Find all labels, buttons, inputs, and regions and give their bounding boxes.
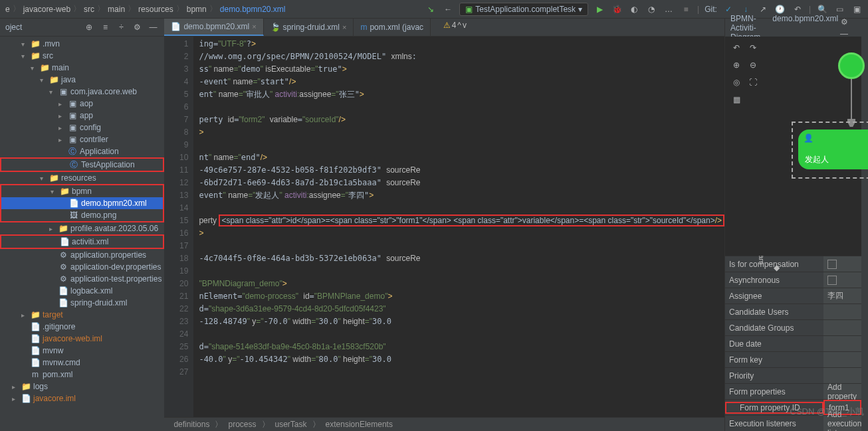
crumb[interactable]: process xyxy=(228,420,256,429)
warnings-badge[interactable]: ⚠4 ^ v xyxy=(443,21,467,30)
bpmn-icon[interactable]: ◆ xyxy=(774,263,780,272)
tree-item[interactable]: ▸▣aop xyxy=(0,98,164,110)
prop-value[interactable]: Add execution listener xyxy=(823,416,861,431)
prop-value[interactable] xyxy=(823,336,861,351)
debug-icon[interactable]: 🐞 xyxy=(611,3,623,15)
tree-item[interactable]: ▸📁profile.avatar.2023.05.06 xyxy=(0,222,164,234)
prop-label: Due date xyxy=(725,339,823,349)
prop-checkbox[interactable] xyxy=(823,272,861,288)
gear-icon[interactable]: ⚙ xyxy=(838,16,850,28)
crumb[interactable]: userTask xyxy=(275,420,307,429)
tree-item[interactable]: ▸📄javacore.iml xyxy=(0,392,164,404)
gear-icon[interactable]: ⚙ xyxy=(131,21,143,33)
locate-icon[interactable]: ⊕ xyxy=(83,21,95,33)
crumb-active[interactable]: demo.bpmn20.xml xyxy=(220,5,286,14)
hide-icon[interactable]: — xyxy=(147,21,159,33)
xml-icon: 🍃 xyxy=(271,23,280,32)
tree-item[interactable]: ▾📁java xyxy=(0,74,164,86)
prop-checkbox[interactable] xyxy=(823,256,861,272)
fit-icon[interactable]: ◎ xyxy=(730,76,742,88)
diagram-canvas[interactable]: ↶↷ ⊕⊖ ◎⛶ ▦ 👤 发起人 ↗ 🗑 🔧 <XML xyxy=(725,37,861,256)
tree-item[interactable]: ⒸTestApplication xyxy=(0,157,164,172)
prop-label: Execution listeners xyxy=(725,419,823,428)
run-icon[interactable]: ▶ xyxy=(594,3,605,15)
property-row: Due date xyxy=(725,336,861,352)
tree-item[interactable]: ⚙application.properties xyxy=(0,249,164,261)
tab-demo-bpmn[interactable]: 📄 demo.bpmn20.xml × xyxy=(164,19,263,36)
tree-item[interactable]: 📄javacore-web.iml xyxy=(0,333,164,345)
crumb[interactable]: main xyxy=(108,5,125,14)
zoom-in-icon[interactable]: ⊕ xyxy=(730,59,742,71)
run-config-label: TestApplication.completTesk xyxy=(475,5,576,14)
back-icon[interactable]: ← xyxy=(442,3,454,15)
profile-icon[interactable]: ◔ xyxy=(645,3,657,15)
coverage-icon[interactable]: ◐ xyxy=(628,3,640,15)
tree-item[interactable]: mpom.xml xyxy=(0,369,164,381)
crumb[interactable]: e xyxy=(5,5,10,14)
prop-value[interactable] xyxy=(823,368,861,383)
tree-item[interactable]: ▸▣config xyxy=(0,122,164,133)
tree-item[interactable]: ▸▣app xyxy=(0,110,164,122)
grid-icon[interactable]: ▦ xyxy=(730,94,742,106)
tree-item[interactable]: ▸▣contrller xyxy=(0,133,164,145)
tab-pom[interactable]: m pom.xml (javac xyxy=(354,19,431,36)
prop-value[interactable]: 李四 xyxy=(823,288,861,303)
tree-item[interactable]: 🖼demo.png xyxy=(0,209,164,222)
redo-icon[interactable]: ↷ xyxy=(747,42,758,54)
tree-item[interactable]: ▾📁resources xyxy=(0,172,164,184)
tree-item[interactable]: ▾▣com.java.core.web xyxy=(0,86,164,98)
tree-item[interactable]: ⒸApplication xyxy=(0,145,164,157)
tree-item[interactable]: ⚙application-dev.properties xyxy=(0,261,164,273)
tree-item[interactable]: ⚙application-test.properties xyxy=(0,273,164,285)
run-config-selector[interactable]: ▣ TestApplication.completTesk ▾ xyxy=(459,3,588,16)
stop-icon[interactable]: ■ xyxy=(680,3,692,15)
bpmn-task-selected[interactable]: 👤 发起人 xyxy=(798,129,868,169)
tree-item[interactable]: ▸📁target xyxy=(0,309,164,321)
tree-item[interactable]: ▸📁logs xyxy=(0,381,164,392)
prop-value[interactable] xyxy=(823,320,861,335)
prop-value[interactable] xyxy=(823,304,861,319)
zoom-out-icon[interactable]: ⊖ xyxy=(747,59,758,71)
prop-value[interactable] xyxy=(823,352,861,367)
crumb[interactable]: src xyxy=(84,5,94,14)
settings-icon[interactable]: ▣ xyxy=(851,3,863,15)
tree-item[interactable]: 📄spring-druid.xml xyxy=(0,297,164,309)
property-row: Form propertiesAdd property xyxy=(725,384,861,400)
project-tree[interactable]: ▾📁.mvn▾📁src▾📁main▾📁java▾▣com.java.core.w… xyxy=(0,37,164,431)
crumb[interactable]: resources xyxy=(138,5,173,14)
tab-label: pom.xml (javac xyxy=(370,23,423,32)
tree-item[interactable]: 📄activiti.xml xyxy=(0,234,164,249)
tree-item[interactable]: 📄mvnw xyxy=(0,345,164,357)
property-row: Candidate Groups xyxy=(725,320,861,336)
collapse-icon[interactable]: ÷ xyxy=(115,21,127,33)
undo-icon[interactable]: ↶ xyxy=(730,42,742,54)
project-label[interactable]: oject xyxy=(5,23,22,32)
expand-icon[interactable]: ≡ xyxy=(99,21,111,33)
tree-item[interactable]: ▾📁src xyxy=(0,50,164,62)
hammer-icon[interactable]: ↘ xyxy=(425,3,437,15)
close-icon[interactable]: × xyxy=(252,23,256,31)
tree-item[interactable]: 📄.gitignore xyxy=(0,321,164,333)
crumb[interactable]: extensionElements xyxy=(326,420,393,429)
tree-item[interactable]: 📄mvnw.cmd xyxy=(0,357,164,369)
crumb[interactable]: definitions xyxy=(173,420,209,429)
tree-item[interactable]: ▾📁main xyxy=(0,62,164,74)
tree-item[interactable]: ▾📁bpmn xyxy=(0,184,164,197)
property-row: Execution listenersAdd execution listene… xyxy=(725,416,861,431)
crumb[interactable]: bpmn xyxy=(187,5,207,14)
breadcrumb: e〉 javacore-web〉 src〉 main〉 resources〉 b… xyxy=(5,3,286,15)
prop-label: Candidate Groups xyxy=(725,323,823,333)
tree-item[interactable]: ▾📁.mvn xyxy=(0,38,164,50)
tree-item[interactable]: 📄logback.xml xyxy=(0,285,164,297)
prop-value[interactable]: Add property xyxy=(823,384,861,399)
select-icon[interactable]: ⛶ xyxy=(747,76,758,88)
bpmn-start-event[interactable] xyxy=(838,52,865,79)
watermark: CSDN @TeIn_小凯 xyxy=(790,406,864,418)
close-icon[interactable]: × xyxy=(342,23,346,31)
attach-icon[interactable]: … xyxy=(663,3,675,15)
tree-item[interactable]: 📄demo.bpmn20.xml xyxy=(0,197,164,209)
tab-spring-druid[interactable]: 🍃 spring-druid.xml × xyxy=(264,19,354,36)
crumb[interactable]: javacore-web xyxy=(23,5,70,14)
gutter[interactable]: 1234567891011121314151617181920212223242… xyxy=(164,37,193,417)
code-editor[interactable]: ing="UTF-8"?> //www.omg.org/spec/BPMN/20… xyxy=(193,37,724,417)
